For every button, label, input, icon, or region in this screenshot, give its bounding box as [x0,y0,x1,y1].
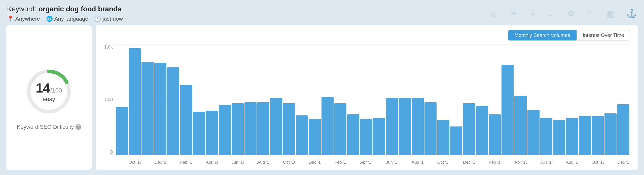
language-meta[interactable]: 🌐 Any language [46,16,88,22]
bar[interactable] [527,110,540,155]
bar-wrapper [347,45,359,155]
bar[interactable] [553,120,565,155]
score-denom: /100 [50,87,62,94]
bar[interactable] [579,116,591,155]
bar-wrapper [283,45,295,155]
bar-wrapper [592,45,604,155]
bar-wrapper [514,45,526,155]
seo-difficulty-text: Keyword SEO Difficulty [17,124,74,130]
bar[interactable] [489,114,501,155]
bar[interactable] [450,126,462,155]
bar[interactable] [463,103,475,155]
chart-header: Monthly Search Volumes Interest Over Tim… [102,30,630,40]
bar[interactable] [116,107,128,155]
bar[interactable] [321,97,334,155]
bar-wrapper [141,45,154,155]
x-label: Apr '18 [514,160,526,165]
bar[interactable] [296,115,308,155]
bar[interactable] [244,102,257,155]
bar[interactable] [347,114,359,155]
time-meta[interactable]: 🕐 just now [94,16,123,22]
bar-wrapper [489,45,501,155]
header-meta: 📍 Anywhere 🌐 Any language 🕐 just now [7,16,123,22]
x-label: Dec '16 [309,160,321,165]
bar[interactable] [334,103,346,155]
bar[interactable] [141,62,154,155]
bar-wrapper [257,45,269,155]
y-axis-labels: 1.0k 500 0 [102,45,115,155]
bar-wrapper [167,45,179,155]
bar-wrapper [476,45,488,155]
chart-inner: Oct '15Dec '15Feb '16Apr '16Jun '16Aug '… [115,45,630,165]
bar[interactable] [309,119,321,155]
bar[interactable] [206,111,218,155]
bar-wrapper [450,45,462,155]
x-label: Jun '17 [386,160,398,165]
bar[interactable] [540,118,552,155]
bar[interactable] [360,119,372,155]
bar[interactable] [257,102,269,155]
right-panel: Monthly Search Volumes Interest Over Tim… [96,25,638,170]
bar-wrapper [193,45,205,155]
bar[interactable] [399,98,411,155]
bar[interactable] [283,103,295,155]
bar[interactable] [270,98,282,155]
bar[interactable] [502,65,514,155]
main-content: 14/100 easy Keyword SEO Difficulty ? Mon… [6,25,638,170]
left-panel: 14/100 easy Keyword SEO Difficulty ? [6,25,92,170]
bar[interactable] [232,103,244,155]
location-meta[interactable]: 📍 Anywhere [7,16,40,22]
bar-wrapper [270,45,282,155]
bar-wrapper [206,45,218,155]
bar[interactable] [412,98,424,155]
bar[interactable] [386,98,398,155]
help-icon[interactable]: ? [76,124,81,130]
y-label-top: 1.0k [104,45,115,50]
gauge-score: 14/100 [36,80,62,96]
bar-wrapper [360,45,372,155]
interest-over-time-btn[interactable]: Interest Over Time [577,30,631,40]
x-label: Feb '16 [180,160,192,165]
bar-wrapper [540,45,552,155]
bar[interactable] [566,118,578,155]
bar-wrapper [463,45,475,155]
x-label: Feb '18 [489,160,501,165]
gauge-container: 14/100 easy [24,66,74,117]
tablet-icon: ▭ [547,9,555,19]
x-label: Feb '17 [334,160,346,165]
calendar-icon: ▣ [606,9,614,19]
bar-wrapper [502,45,514,155]
bar-wrapper [334,45,346,155]
bar[interactable] [167,67,179,155]
monthly-search-volumes-btn[interactable]: Monthly Search Volumes [508,30,576,40]
bar[interactable] [154,63,166,155]
anchor-icon: ⚓ [626,9,637,19]
bar-wrapper [527,45,540,155]
bar-wrapper [129,45,141,155]
seo-difficulty-section: Keyword SEO Difficulty ? [17,124,81,130]
bar[interactable] [592,116,604,155]
location-value: Anywhere [15,16,40,22]
bar[interactable] [219,105,231,155]
app-container: Keyword: organic dog food brands 📍 Anywh… [0,0,644,175]
bar[interactable] [617,104,629,155]
x-label: Jun '18 [540,160,552,165]
language-value: Any language [54,16,88,22]
keyword-header: Keyword: organic dog food brands [7,5,123,13]
bar-wrapper [386,45,398,155]
bar[interactable] [424,102,437,155]
bar[interactable] [604,113,617,155]
bar[interactable] [193,112,205,155]
bar[interactable] [129,48,141,155]
score-number: 14 [36,81,50,95]
bars-container [115,45,630,155]
bar[interactable] [514,96,526,155]
bar-wrapper [399,45,411,155]
bar-wrapper [232,45,244,155]
bar[interactable] [373,118,385,155]
bar[interactable] [180,85,192,155]
settings-icon: ⚙ [567,9,575,19]
bar[interactable] [476,106,488,155]
bar-wrapper [244,45,257,155]
bar[interactable] [437,120,449,155]
